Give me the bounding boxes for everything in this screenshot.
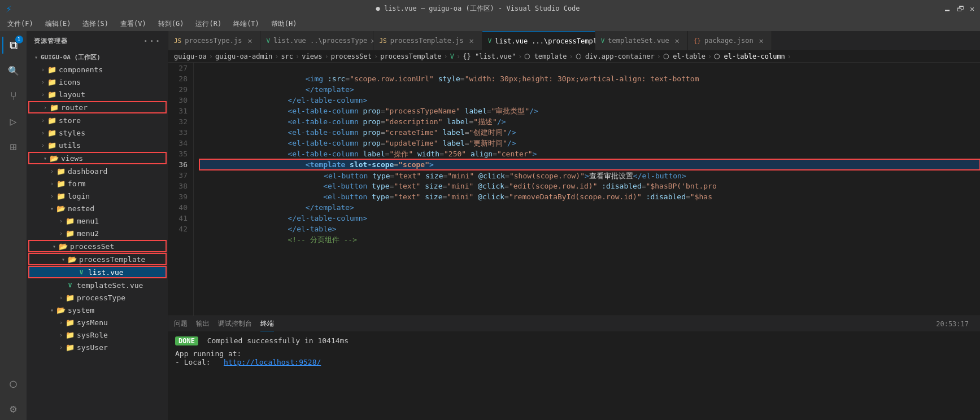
tab-close-button[interactable]: ✕ (757, 36, 766, 45)
line-num-31: 31 (171, 106, 188, 116)
sidebar-item-components[interactable]: › 📁 components (27, 63, 168, 76)
icons-arrow: › (38, 77, 47, 86)
local-url-line: - Local: http://localhost:9528/ (175, 358, 973, 366)
tab-terminal[interactable]: 终端 (260, 317, 274, 331)
breadcrumb-processTemplate[interactable]: processTemplate (380, 53, 441, 60)
sidebar-item-processTemplate[interactable]: ▾ 📂 processTemplate (28, 253, 167, 265)
sidebar-item-menu1[interactable]: › 📁 menu1 (27, 215, 168, 227)
breadcrumb-guigu-oa[interactable]: guigu-oa (174, 53, 207, 60)
terminal-content[interactable]: DONE Compiled successfully in 10414ms Ap… (168, 332, 980, 420)
sidebar-item-views[interactable]: ▾ 📂 views (28, 152, 167, 164)
sidebar-item-layout[interactable]: › 📁 layout (27, 88, 168, 100)
menu-file[interactable]: 文件(F) (3, 18, 38, 30)
sidebar-item-store[interactable]: › 📁 store (27, 114, 168, 126)
store-folder-icon: 📁 (47, 116, 56, 125)
code-content[interactable]: 27 28 29 30 31 32 33 34 35 36 37 38 39 4… (168, 63, 980, 316)
settings-activity[interactable]: ⚙ (2, 397, 25, 420)
sidebar-item-icons[interactable]: › 📁 icons (27, 76, 168, 88)
tab-templateSet-vue[interactable]: V templateSet.vue ✕ (595, 31, 688, 51)
breadcrumb-src[interactable]: src (281, 53, 293, 60)
breadcrumb-el-table-column[interactable]: ⬡ el-table-column (714, 53, 785, 60)
tab-output[interactable]: 输出 (196, 317, 210, 331)
templateSet-icon: V (66, 281, 75, 290)
breadcrumb-list-vue[interactable]: V (450, 53, 454, 60)
menu-goto[interactable]: 转到(G) (154, 18, 189, 30)
run-activity[interactable]: ▷ (2, 110, 25, 133)
sysRole-label: sysRole (77, 331, 168, 339)
extensions-activity[interactable]: ⊞ (2, 135, 25, 158)
local-url[interactable]: http://localhost:9528/ (224, 358, 321, 366)
sidebar-item-menu2[interactable]: › 📁 menu2 (27, 227, 168, 239)
sidebar-item-router[interactable]: › 📁 router (28, 101, 167, 113)
sidebar-item-system[interactable]: ▾ 📂 system (27, 304, 168, 316)
sidebar-item-sysRole[interactable]: › 📁 sysRole (27, 329, 168, 341)
tab-label: templateSet.vue (608, 37, 669, 45)
tab-js-icon: JS (174, 37, 181, 45)
code-lines[interactable]: <img :src="scope.row.iconUrl" style="wid… (194, 63, 980, 316)
menu2-arrow: › (56, 229, 66, 238)
code-line-27[interactable]: <img :src="scope.row.iconUrl" style="wid… (199, 63, 980, 73)
sidebar-item-utils[interactable]: › 📁 utils (27, 139, 168, 151)
tab-json-icon: {} (694, 37, 701, 45)
sidebar-item-sysMenu[interactable]: › 📁 sysMenu (27, 316, 168, 329)
workspace-root[interactable]: ▾ GUIGU-OA (工作区) (27, 51, 168, 63)
sidebar-item-processSet[interactable]: ▾ 📂 processSet (28, 240, 167, 252)
sidebar-item-styles[interactable]: › 📁 styles (27, 126, 168, 139)
tab-vue-icon: V (266, 37, 270, 45)
app-running-label: App running at: (175, 349, 973, 358)
minimize-icon[interactable]: 🗕 (944, 5, 951, 13)
sidebar-item-list-vue[interactable]: V list.vue (28, 266, 167, 278)
breadcrumb-views[interactable]: views (302, 53, 322, 60)
breadcrumb-admin[interactable]: guigu-oa-admin (215, 53, 272, 60)
breadcrumb-processSet[interactable]: processSet (331, 53, 372, 60)
breadcrumb-template[interactable]: ⬡ template (524, 53, 567, 60)
close-icon[interactable]: ✕ (970, 5, 974, 13)
line-num-41: 41 (171, 213, 188, 224)
tab-list-vue-processTemplate[interactable]: V list.vue ...\processTemplate ✕ (482, 31, 595, 51)
tab-close-button[interactable]: ✕ (245, 36, 254, 45)
menu-edit[interactable]: 编辑(E) (41, 18, 76, 30)
line-num-40: 40 (171, 202, 188, 213)
source-control-activity[interactable]: ⑂ (2, 85, 25, 107)
tab-processType-js[interactable]: JS processType.js ✕ (168, 31, 260, 51)
sidebar-item-templateSet[interactable]: V templateSet.vue (27, 279, 168, 291)
menu-view[interactable]: 查看(V) (116, 18, 151, 30)
utils-label: utils (59, 141, 168, 150)
processType-folder-icon: 📁 (66, 293, 75, 302)
line-num-29: 29 (171, 84, 188, 95)
breadcrumb-el-table[interactable]: ⬡ el-table (663, 53, 705, 60)
tab-package-json[interactable]: {} package.json ✕ (688, 31, 772, 51)
tab-problems[interactable]: 问题 (174, 317, 188, 331)
run-icon: ▷ (10, 115, 16, 128)
tab-processTemplate-js[interactable]: JS processTemplate.js ✕ (373, 31, 482, 51)
sidebar-item-sysUser[interactable]: › 📁 sysUser (27, 341, 168, 353)
dashboard-folder-icon: 📁 (56, 167, 66, 176)
explorer-activity[interactable]: ⧉ 1 (2, 34, 25, 56)
tab-list-vue-processType[interactable]: V list.vue ..\processType ✕ (260, 31, 373, 51)
account-activity[interactable]: ◯ (2, 372, 25, 395)
sidebar-item-form[interactable]: › 📁 form (27, 177, 168, 190)
line-num-35: 35 (171, 148, 188, 159)
sidebar-more-button[interactable]: ··· (143, 36, 161, 46)
sidebar-item-nested[interactable]: ▾ 📂 nested (27, 202, 168, 215)
breadcrumb-div[interactable]: ⬡ div.app-container (576, 53, 655, 60)
menu-run[interactable]: 运行(R) (191, 18, 226, 30)
tab-label: processType.js (185, 37, 242, 45)
tab-close-button[interactable]: ✕ (673, 36, 682, 45)
menu-help[interactable]: 帮助(H) (267, 18, 302, 30)
menu-terminal[interactable]: 终端(T) (229, 18, 264, 30)
code-editor: 27 28 29 30 31 32 33 34 35 36 37 38 39 4… (168, 63, 980, 316)
sidebar-item-dashboard[interactable]: › 📁 dashboard (27, 165, 168, 177)
layout-label: layout (59, 90, 168, 99)
main-container: ⧉ 1 🔍 ⑂ ▷ ⊞ ◯ ⚙ 资源管理器 ··· ▾ GUIG (0, 31, 980, 420)
menu-select[interactable]: 选择(S) (78, 18, 113, 30)
sidebar-item-login[interactable]: › 📁 login (27, 190, 168, 202)
search-activity[interactable]: 🔍 (2, 59, 25, 82)
sidebar-item-processType[interactable]: › 📁 processType (27, 291, 168, 304)
components-folder-icon: 📁 (47, 65, 56, 74)
terminal-time: 20:53:17 (936, 320, 969, 328)
tab-debug-console[interactable]: 调试控制台 (218, 317, 252, 331)
tab-close-button[interactable]: ✕ (467, 36, 476, 45)
breadcrumb-list-vue-str[interactable]: {} "list.vue" (463, 53, 516, 60)
maximize-icon[interactable]: 🗗 (957, 5, 964, 13)
